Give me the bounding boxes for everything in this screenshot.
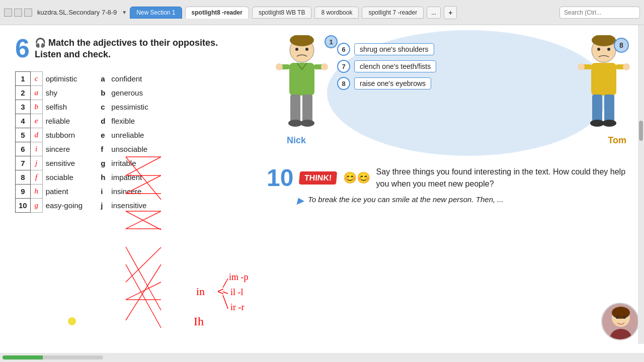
word-right: flexible <box>108 114 169 128</box>
scrollbar-thumb[interactable] <box>639 121 643 141</box>
svg-line-8 <box>126 211 161 229</box>
row-letter: c <box>30 72 42 86</box>
tab-add[interactable]: + <box>444 6 457 19</box>
svg-rect-34 <box>290 95 300 122</box>
tom-figure: 8 <box>576 35 631 136</box>
win-minimize[interactable] <box>4 9 12 17</box>
row-number: 6 <box>16 142 31 156</box>
play-icon: ▶ <box>297 195 304 206</box>
word-left: patient <box>42 185 98 199</box>
word-left: easy-going <box>42 199 98 213</box>
row-letter: f <box>30 170 42 185</box>
svg-rect-42 <box>591 63 616 96</box>
tab-8wordbook[interactable]: 8 wordbook <box>314 7 359 19</box>
right-letter: c <box>98 100 108 114</box>
svg-point-33 <box>321 63 328 70</box>
table-row: 5 d stubborn e unreliable <box>16 128 169 142</box>
svg-point-27 <box>295 48 298 51</box>
svg-point-37 <box>300 120 314 127</box>
expression-item-7: 7 clench one's teeth/fists <box>337 60 579 73</box>
row-letter: d <box>30 128 42 142</box>
exercise6-header: 6 🎧 Match the adjectives to their opposi… <box>15 35 247 61</box>
expressions-list: 6 shrug one's shoulders 7 clench one's t… <box>337 43 579 94</box>
search-input[interactable] <box>559 7 640 19</box>
svg-rect-35 <box>302 95 312 122</box>
svg-point-55 <box>612 307 630 319</box>
tab-new-section[interactable]: New Section 1 <box>130 7 182 19</box>
exercise10-example: ▶ To break the ice you can smile at the … <box>297 195 634 206</box>
svg-point-28 <box>305 48 308 51</box>
nick-figure <box>274 35 330 136</box>
row-number: 9 <box>16 185 31 199</box>
tom-label: Tom <box>608 135 626 146</box>
exercise6-title: 🎧 Match the adjectives to their opposite… <box>35 35 247 61</box>
vertical-scrollbar[interactable] <box>638 25 644 344</box>
word-right-insincere: insincere <box>108 185 169 199</box>
svg-line-21 <box>223 279 228 288</box>
exercise6-number: 6 <box>15 35 30 61</box>
expr-num: 8 <box>337 77 350 90</box>
avatar-image <box>602 304 639 340</box>
main-content: 6 🎧 Match the adjectives to their opposi… <box>0 25 644 353</box>
nick-label: Nick <box>287 135 306 146</box>
expr-text: raise one's eyebrows <box>354 77 431 89</box>
table-row: 1 c optimistic a confident <box>16 72 169 86</box>
characters-area: Nick <box>267 30 634 156</box>
exercise10-question: Say three things you found interesting i… <box>376 166 634 190</box>
adjectives-table: 1 c optimistic a confident 2 a shy b gen… <box>15 71 169 213</box>
svg-line-10 <box>126 247 161 310</box>
right-letter: g <box>98 156 108 170</box>
tab-more[interactable]: ... <box>427 7 441 19</box>
title-bar: kuzdra.SL.Secondary 7-8-9 ▼ New Section … <box>0 0 644 25</box>
word-right: pessimistic <box>108 100 169 114</box>
svg-text:ir  -r: ir -r <box>230 302 244 312</box>
tab-spotlight8-wb[interactable]: spotlight8 WB TB <box>252 7 311 19</box>
progress-fill <box>3 355 43 359</box>
row-letter: e <box>30 114 42 128</box>
row-letter: g <box>30 199 42 213</box>
svg-text:8: 8 <box>619 41 623 49</box>
word-right: insensitive <box>108 199 169 213</box>
svg-point-36 <box>288 120 302 127</box>
tab-spotlight7[interactable]: spotlight 7 -reader <box>362 7 424 19</box>
row-number: 4 <box>16 114 31 128</box>
word-left-selfish: selfish <box>42 100 98 114</box>
word-left: stubborn <box>42 128 98 142</box>
word-left: shy <box>42 86 98 100</box>
right-letter: j <box>98 199 108 213</box>
avatar-corner <box>601 303 639 340</box>
table-row: 7 j sensitive g irritable <box>16 156 169 170</box>
expr-text: clench one's teeth/fists <box>354 60 436 72</box>
tab-spotlight8-reader[interactable]: spotlight8 -reader <box>185 7 249 19</box>
table-row: 10 g easy-going j insensitive <box>16 199 169 213</box>
svg-line-15 <box>126 264 161 320</box>
svg-text:Ih: Ih <box>194 315 204 328</box>
word-left: reliable <box>42 114 98 128</box>
right-letter: b <box>98 86 108 100</box>
svg-rect-48 <box>604 95 614 122</box>
svg-text:im  -p: im -p <box>229 272 249 282</box>
word-right: irritable <box>108 156 169 170</box>
yellow-dot <box>68 317 76 325</box>
word-left: sincere <box>42 142 98 156</box>
think-badge: THINK! <box>299 171 337 185</box>
exercise10-example-text: To break the ice you can smile at the ne… <box>308 195 504 204</box>
svg-point-58 <box>623 316 626 319</box>
expression-item-8: 8 raise one's eyebrows <box>337 77 579 90</box>
svg-rect-29 <box>289 63 314 96</box>
right-letter: d <box>98 114 108 128</box>
left-panel: 6 🎧 Match the adjectives to their opposi… <box>0 25 257 353</box>
svg-point-57 <box>616 316 619 319</box>
app-title: kuzdra.SL.Secondary 7-8-9 <box>37 9 117 16</box>
headphone-icon: 🎧 <box>35 38 48 48</box>
svg-line-6 <box>126 211 161 230</box>
adjectives-section: 1 c optimistic a confident 2 a shy b gen… <box>15 71 247 213</box>
row-letter: j <box>30 156 42 170</box>
win-close[interactable] <box>24 9 32 17</box>
app-dropdown-arrow[interactable]: ▼ <box>122 10 127 15</box>
exercise10-header: 10 THINK! 😊😊 Say three things you found … <box>267 166 634 190</box>
table-row: 2 a shy b generous <box>16 86 169 100</box>
svg-line-23 <box>223 295 228 309</box>
win-maximize[interactable] <box>14 9 22 17</box>
svg-rect-47 <box>592 95 602 122</box>
